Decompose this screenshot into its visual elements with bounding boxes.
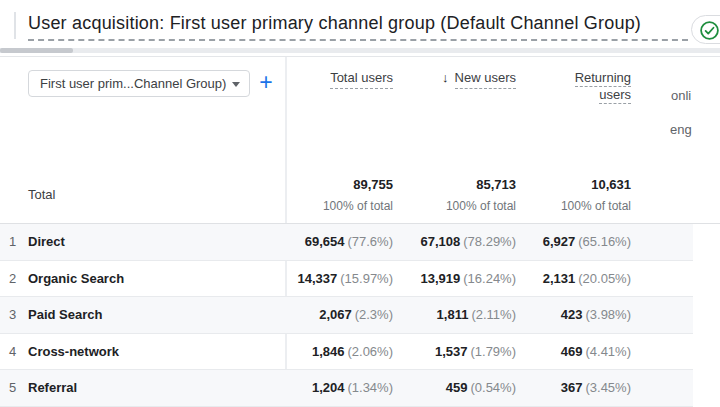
table-row: 5 Referral 1,204(1.34%) 459(0.54%) 367(3… [0, 370, 693, 407]
panel-edge-divider [14, 12, 16, 39]
totals-cell-new-users: 85,713 100% of total [393, 177, 516, 214]
channel-name: Cross-network [28, 334, 119, 370]
dimension-selector-label: First user prim...Channel Group) [40, 76, 226, 91]
table-row: 2 Organic Search 14,337(15.97%) 13,919(1… [0, 261, 693, 298]
cell-total-users: 2,067(2.3%) [285, 297, 393, 333]
totals-row: Total 89,755 100% of total 85,713 100% o… [0, 163, 720, 224]
cell-new-users: 459(0.54%) [393, 370, 516, 406]
totals-cell-total-users: 89,755 100% of total [285, 177, 393, 214]
page-title-text: User acquisition: First user primary cha… [28, 13, 688, 41]
table-body: 1 Direct 69,654(77.6%) 67,108(78.29%) 6,… [0, 224, 720, 407]
cell-new-users: 1,537(1.79%) [393, 334, 516, 370]
channel-name: Paid Search [28, 297, 102, 333]
column-header-returning-users[interactable]: Returning users [516, 70, 631, 104]
totals-cell-returning-users: 10,631 100% of total [516, 177, 631, 214]
cell-returning-users: 423(3.98%) [516, 297, 631, 333]
data-quality-chip[interactable] [691, 15, 720, 44]
table-top-border [0, 56, 720, 57]
row-index: 4 [9, 334, 16, 370]
chevron-down-icon [232, 82, 240, 87]
table-row: 1 Direct 69,654(77.6%) 67,108(78.29%) 6,… [0, 224, 693, 261]
clipped-column-header-fragment: onli [671, 88, 693, 103]
channel-name: Organic Search [28, 261, 124, 297]
cell-new-users: 67,108(78.29%) [393, 224, 516, 260]
add-dimension-button[interactable]: + [253, 68, 279, 96]
cell-returning-users: 2,131(20.05%) [516, 261, 631, 297]
column-header-new-users[interactable]: ↓New users [393, 70, 516, 85]
horizontal-scrollbar[interactable] [0, 48, 720, 53]
row-index: 3 [9, 297, 16, 333]
cell-new-users: 13,919(16.24%) [393, 261, 516, 297]
sort-descending-icon: ↓ [442, 70, 449, 85]
row-index: 1 [9, 224, 16, 260]
page-title: User acquisition: First user primary cha… [28, 13, 688, 41]
cell-total-users: 1,846(2.06%) [285, 334, 393, 370]
channel-name: Referral [28, 370, 77, 406]
cell-returning-users: 367(3.45%) [516, 370, 631, 406]
verified-check-icon [699, 20, 720, 41]
table-row: 3 Paid Search 2,067(2.3%) 1,811(2.11%) 4… [0, 297, 693, 334]
dimension-selector[interactable]: First user prim...Channel Group) [28, 70, 250, 97]
cell-new-users: 1,811(2.11%) [393, 297, 516, 333]
cell-total-users: 1,204(1.34%) [285, 370, 393, 406]
table-row: 4 Cross-network 1,846(2.06%) 1,537(1.79%… [0, 334, 693, 371]
cell-total-users: 69,654(77.6%) [285, 224, 393, 260]
row-index: 2 [9, 261, 16, 297]
totals-label: Total [28, 187, 55, 202]
ga4-report-card: User acquisition: First user primary cha… [0, 0, 720, 407]
column-header-total-users[interactable]: Total users [285, 70, 393, 85]
cell-returning-users: 469(4.41%) [516, 334, 631, 370]
cell-total-users: 14,337(15.97%) [285, 261, 393, 297]
row-index: 5 [9, 370, 16, 406]
channel-name: Direct [28, 224, 65, 260]
cell-returning-users: 6,927(65.16%) [516, 224, 631, 260]
clipped-column-header-fragment: eng [670, 122, 693, 137]
scrollbar-thumb[interactable] [0, 48, 73, 53]
